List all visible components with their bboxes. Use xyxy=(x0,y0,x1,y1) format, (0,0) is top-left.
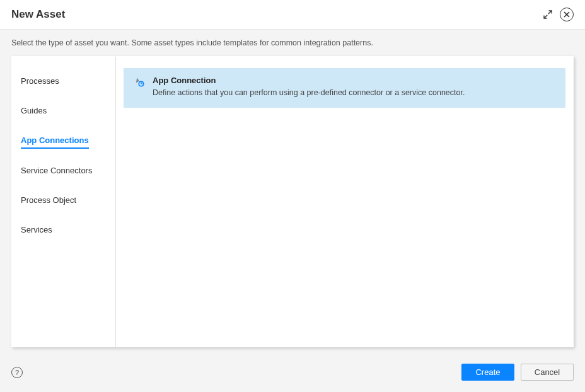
cancel-button[interactable]: Cancel xyxy=(521,364,574,381)
sidebar-item-service-connectors[interactable]: Service Connectors xyxy=(21,163,92,178)
sidebar-item-services[interactable]: Services xyxy=(21,222,52,238)
dialog-header: New Asset xyxy=(0,0,585,30)
close-icon[interactable] xyxy=(560,8,574,21)
create-button[interactable]: Create xyxy=(461,364,514,381)
card-body: App Connection Define actions that you c… xyxy=(153,76,555,99)
connector-icon xyxy=(134,76,145,88)
description-text: Select the type of asset you want. Some … xyxy=(0,30,585,56)
asset-panel: Processes Guides App Connections Service… xyxy=(11,56,574,347)
sidebar-item-guides[interactable]: Guides xyxy=(21,103,47,118)
sidebar-item-processes[interactable]: Processes xyxy=(21,73,59,89)
header-controls xyxy=(542,8,574,21)
app-connection-card[interactable]: App Connection Define actions that you c… xyxy=(124,68,565,108)
help-icon[interactable]: ? xyxy=(11,367,23,378)
dialog-footer: ? Create Cancel xyxy=(0,356,585,392)
content-area: Processes Guides App Connections Service… xyxy=(0,56,585,356)
sidebar-item-app-connections[interactable]: App Connections xyxy=(21,132,89,149)
sidebar-item-process-object[interactable]: Process Object xyxy=(21,192,76,208)
card-title: App Connection xyxy=(153,76,555,85)
card-description: Define actions that you can perform usin… xyxy=(153,88,555,99)
dialog-title: New Asset xyxy=(11,8,65,21)
new-asset-dialog: New Asset Select the type of asset you w… xyxy=(0,0,585,392)
main-panel: App Connection Define actions that you c… xyxy=(116,57,573,347)
asset-type-sidebar: Processes Guides App Connections Service… xyxy=(12,57,116,347)
expand-icon[interactable] xyxy=(542,9,553,20)
